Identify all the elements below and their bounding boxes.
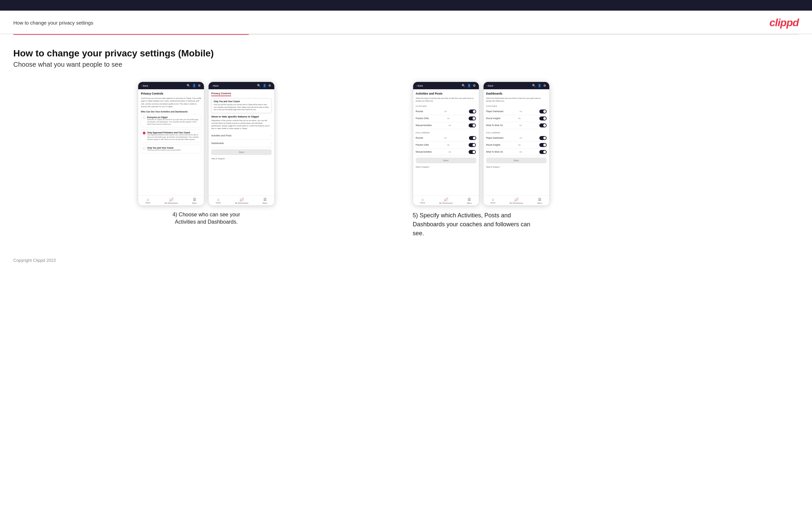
bottom-performance-3[interactable]: 📈 My Performance (439, 198, 453, 204)
dashboards-link[interactable]: Dashboards › (211, 140, 272, 147)
page-heading: How to change your privacy settings (Mob… (13, 48, 799, 59)
on-text-cr: ON (444, 111, 447, 112)
menu-label-4: Menu (537, 202, 542, 204)
bottom-home-2[interactable]: ⌂ Home (216, 198, 221, 204)
profile-icon-2[interactable]: 👤 (263, 84, 266, 87)
toggle-followers-manual-switch[interactable] (469, 150, 476, 154)
performance-icon-2: 📈 (240, 198, 244, 202)
toggle-c-player: Player Dashboard ON (486, 108, 547, 115)
toggle-f-player: Player Dashboard ON (486, 135, 547, 142)
menu-label-2: Menu (263, 202, 267, 204)
activities-posts-link[interactable]: Activities and Posts › (211, 132, 272, 140)
performance-label-4: My Performance (510, 202, 523, 204)
option-approved-title: Only Approved Followers and Your Coach (147, 131, 199, 134)
toggle-followers-rounds-switch[interactable] (469, 136, 476, 140)
toggle-followers-drills-switch[interactable] (469, 143, 476, 147)
toggle-followers-manual: Manual Activities ON (416, 149, 476, 156)
menu-icon-2: ☰ (263, 198, 267, 202)
home-label-1: Home (146, 202, 150, 204)
toggle-c-player-label: Player Dashboard (486, 110, 503, 112)
screen3-back-btn[interactable]: ‹ Back (416, 84, 423, 87)
bottom-performance-1[interactable]: 📈 My Performance (165, 198, 178, 204)
screen4-back-btn[interactable]: ‹ Back (487, 84, 494, 87)
bottom-menu-3[interactable]: ☰ Menu (467, 198, 471, 204)
menu-label-1: Menu (192, 202, 197, 204)
save-btn-3[interactable]: Save (416, 158, 476, 163)
settings-icon-2[interactable]: ⚙ (268, 84, 271, 87)
bottom-performance-2[interactable]: 📈 My Performance (235, 198, 248, 204)
chevron-right-icon-2: › (271, 142, 272, 145)
screen2-bottom-bar: ⌂ Home 📈 My Performance ☰ Menu (209, 195, 274, 206)
toggle-coaches-drills-switch[interactable] (469, 116, 476, 120)
screen4-icons: 🔍 👤 ⚙ (532, 84, 546, 87)
bottom-menu-4[interactable]: ☰ Menu (537, 198, 542, 204)
bottom-menu-2[interactable]: ☰ Menu (263, 198, 267, 204)
toggle-f-work: What To Work On ON (486, 149, 547, 156)
profile-icon[interactable]: 👤 (192, 84, 196, 87)
toggle-c-round-label: Round Insights (486, 117, 501, 119)
toggle-followers-rounds-label: Rounds (416, 137, 423, 139)
option-coach-desc: Only you and the coaches you connect wit… (147, 149, 181, 151)
menu-icon-3: ☰ (468, 198, 471, 202)
toggle-followers-drills-label: Practice Drills (416, 144, 429, 146)
header-title: How to change your privacy settings (13, 20, 93, 25)
on-f-ww: ON (519, 151, 522, 153)
search-icon-2[interactable]: 🔍 (257, 84, 261, 87)
screenshots-layout: ‹ Back 🔍 👤 ⚙ Privacy Controls Control ho… (13, 81, 799, 238)
screen2-back-btn[interactable]: ‹ Back (212, 84, 218, 87)
save-btn-4[interactable]: Save (486, 158, 547, 163)
screen3-nav: ‹ Back 🔍 👤 ⚙ (413, 82, 479, 89)
on-c-ri: ON (518, 117, 521, 119)
header: How to change your privacy settings clip… (0, 11, 812, 34)
dashboards-label: Dashboards (211, 142, 224, 144)
search-icon-4[interactable]: 🔍 (532, 84, 536, 87)
bottom-home-4[interactable]: ⌂ Home (491, 198, 496, 204)
option-everyone[interactable]: Everyone on Clippd Everyone on Clippd ca… (141, 114, 201, 127)
toggle-coaches-rounds: Rounds ON (416, 108, 476, 115)
screen3-followers-label: FOLLOWERS (416, 132, 476, 134)
bottom-menu-1[interactable]: ☰ Menu (192, 198, 197, 204)
bottom-performance-4[interactable]: 📈 My Performance (510, 198, 523, 204)
profile-icon-4[interactable]: 👤 (538, 84, 541, 87)
toggle-c-work-switch[interactable] (539, 123, 547, 127)
option-coach-text: Only You and Your Coach Only you and the… (147, 147, 181, 151)
settings-icon-3[interactable]: ⚙ (473, 84, 475, 87)
home-icon-1: ⌂ (147, 198, 149, 202)
toggle-c-player-switch[interactable] (539, 110, 547, 113)
toggle-f-player-switch[interactable] (539, 136, 547, 140)
toggle-c-work-label: What To Work On (486, 124, 503, 126)
screen1-icons: 🔍 👤 ⚙ (187, 84, 201, 87)
show-hide-title: Show or hide specific features in Clippd (211, 115, 272, 118)
save-btn-2[interactable]: Save (211, 149, 272, 155)
search-icon[interactable]: 🔍 (187, 84, 190, 87)
toggle-coaches-rounds-switch[interactable] (469, 110, 476, 113)
toggle-coaches-rounds-label: Rounds (416, 110, 423, 112)
toggle-f-work-switch[interactable] (539, 150, 547, 154)
settings-icon-4[interactable]: ⚙ (543, 84, 546, 87)
popup-box: Only You and Your Coach Only you and the… (211, 98, 272, 113)
home-label-2: Home (216, 202, 221, 204)
bottom-home-1[interactable]: ⌂ Home (146, 198, 150, 204)
radio-coach-only[interactable] (143, 147, 146, 150)
radio-everyone[interactable] (143, 116, 146, 119)
option-coach-title: Only You and Your Coach (147, 147, 181, 149)
profile-icon-3[interactable]: 👤 (467, 84, 471, 87)
on-c-pd: ON (519, 111, 522, 112)
option-coach-only[interactable]: Only You and Your Coach Only you and the… (141, 145, 201, 153)
option-approved[interactable]: Only Approved Followers and Your Coach O… (141, 129, 201, 143)
toggle-c-round-switch[interactable] (539, 116, 547, 120)
toggle-f-round-switch[interactable] (539, 143, 547, 147)
logo: clippd (769, 16, 799, 29)
toggle-coaches-manual: Manual Activities ON (416, 122, 476, 129)
bottom-home-3[interactable]: ⌂ Home (420, 198, 425, 204)
toggle-coaches-manual-switch[interactable] (469, 123, 476, 127)
home-label-4: Home (491, 202, 496, 204)
radio-approved[interactable] (143, 132, 146, 134)
settings-icon[interactable]: ⚙ (198, 84, 201, 87)
screen3-icons: 🔍 👤 ⚙ (462, 84, 475, 87)
search-icon-3[interactable]: 🔍 (462, 84, 465, 87)
screen1-back-btn[interactable]: ‹ Back (142, 84, 148, 87)
screen3-bottom-bar: ⌂ Home 📈 My Performance ☰ Menu (413, 195, 479, 206)
screen2-body: Privacy Controls Only You and Your Coach… (209, 89, 274, 195)
screen1-bottom-bar: ⌂ Home 📈 My Performance ☰ Menu (138, 195, 204, 206)
